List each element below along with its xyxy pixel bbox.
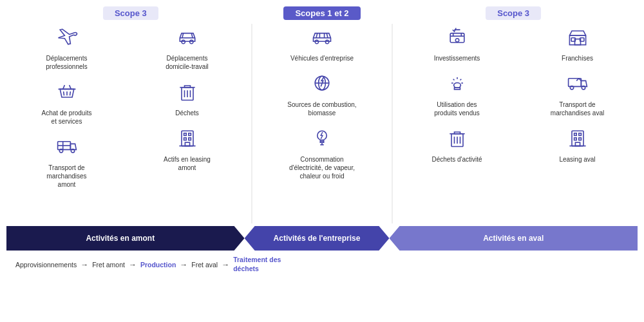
svg-line-41 <box>460 79 461 80</box>
item-investissements: Investissements <box>398 24 516 64</box>
label-dechets-amont: Déchets <box>175 109 199 117</box>
item-vehicules: Véhicules d'entreprise <box>258 24 386 64</box>
svg-point-22 <box>315 40 318 43</box>
car-icon <box>176 25 199 52</box>
svg-point-4 <box>59 149 62 153</box>
svg-rect-59 <box>578 138 581 140</box>
banner-activite: Activités de l'entreprise <box>245 226 390 251</box>
svg-rect-55 <box>572 131 583 146</box>
svg-point-5 <box>71 149 74 153</box>
item-leasing-aval: Leasing aval <box>518 125 636 165</box>
item-leasing-amont: Actifs en leasingamont <box>128 125 246 173</box>
left-col-1: Déplacementsprofessionnels <box>6 24 127 223</box>
svg-rect-18 <box>184 138 186 140</box>
chain-arrow-4: → <box>222 260 229 269</box>
item-deplacements-domicile: Déplacementsdomicile-travail <box>128 24 246 72</box>
trash-activity-icon <box>446 126 469 153</box>
chain-row: Approvisionnements → Fret amont → Produc… <box>6 251 638 273</box>
svg-rect-52 <box>568 79 581 87</box>
chain-fret-amont: Fret amont <box>92 261 125 269</box>
banner-amont: Activités en amont <box>6 226 245 251</box>
svg-rect-57 <box>578 133 581 136</box>
svg-line-0 <box>63 91 64 95</box>
svg-point-23 <box>325 40 328 43</box>
chain-arrow-3: → <box>180 260 187 269</box>
building-icon <box>176 126 199 153</box>
label-achat-produits: Achat de produitset services <box>42 109 92 126</box>
center-col-1: Véhicules d'entreprise Sources de combus… <box>256 24 388 223</box>
chain-traitement: Traitement desdéchets <box>233 256 281 273</box>
item-deplacements-pro: Déplacementsprofessionnels <box>8 24 126 72</box>
svg-rect-36 <box>454 88 460 90</box>
banner-row: Activités en amont Activités de l'entrep… <box>6 226 638 251</box>
svg-point-54 <box>582 86 585 90</box>
center-section: Véhicules d'entreprise Sources de combus… <box>252 24 393 223</box>
svg-rect-56 <box>574 133 576 136</box>
label-utilisation-produits: Utilisation desproduits vendus <box>434 100 480 117</box>
left-col-2: Déplacementsdomicile-travail <box>127 24 247 223</box>
item-transport-aval: Transport demarchandises aval <box>518 70 636 118</box>
svg-rect-15 <box>182 131 193 146</box>
label-deplacements-pro: Déplacementsprofessionnels <box>46 54 87 71</box>
chain-approvisionnements: Approvisionnements <box>15 261 77 269</box>
bulb-plug-icon <box>310 126 334 153</box>
icons-grid: Déplacementsprofessionnels <box>6 24 638 223</box>
store-icon <box>566 25 589 52</box>
globe-energy-icon <box>310 71 334 98</box>
svg-rect-17 <box>188 133 191 136</box>
basket-icon <box>55 80 79 106</box>
chain-arrow-2: → <box>129 260 137 269</box>
left-section: Déplacementsprofessionnels <box>6 24 252 223</box>
svg-line-40 <box>453 79 454 80</box>
label-leasing-aval: Leasing aval <box>559 155 595 164</box>
label-leasing-amont: Actifs en leasingamont <box>164 155 211 172</box>
label-transport-aval: Transport demarchandises aval <box>551 100 604 117</box>
scope-center-label: Scopes 1 et 2 <box>283 6 360 20</box>
right-section: Investissements <box>393 24 638 223</box>
label-transport-amont: Transport demarchandisesamont <box>46 164 86 189</box>
item-utilisation-produits: Utilisation desproduits vendus <box>398 70 516 118</box>
label-vehicules: Véhicules d'entreprise <box>290 54 354 62</box>
svg-point-9 <box>189 40 193 43</box>
company-car-icon <box>310 25 334 52</box>
item-electricite: Consommationd'électricité, de vapeur,cha… <box>258 125 386 182</box>
label-investissements: Investissements <box>434 54 480 62</box>
scope-headers: Scope 3 Scopes 1 et 2 Scope 3 <box>6 6 638 20</box>
svg-rect-16 <box>184 133 186 136</box>
right-col-1: Investissements <box>397 24 517 223</box>
scope-left-label: Scope 3 <box>103 6 158 20</box>
svg-point-33 <box>455 39 459 42</box>
airplane-icon <box>55 25 79 52</box>
truck-delivery-icon <box>55 135 79 161</box>
truck-aval-icon <box>566 71 589 98</box>
svg-line-2 <box>70 91 70 95</box>
item-achat-produits: Achat de produitset services <box>8 79 126 127</box>
label-electricite: Consommationd'électricité, de vapeur,cha… <box>289 155 355 180</box>
chain-fret-aval: Fret aval <box>191 261 218 269</box>
svg-rect-19 <box>188 138 191 140</box>
svg-rect-58 <box>574 138 576 140</box>
trash-icon <box>176 80 199 106</box>
investment-icon <box>446 25 469 52</box>
label-combustion: Sources de combustion,biomasse <box>287 100 356 117</box>
label-dechets-activite: Déchets d'activité <box>431 155 482 164</box>
svg-point-53 <box>570 86 573 90</box>
building-aval-icon <box>566 126 589 153</box>
item-dechets-amont: Déchets <box>128 79 246 118</box>
svg-rect-31 <box>450 33 464 43</box>
chain-production: Production <box>140 261 176 269</box>
bulb-use-icon <box>446 71 469 98</box>
svg-point-8 <box>182 40 185 43</box>
label-franchises: Franchises <box>562 54 593 62</box>
item-combustion: Sources de combustion,biomasse <box>258 70 386 118</box>
item-franchises: Franchises <box>518 24 636 64</box>
svg-rect-47 <box>569 35 585 44</box>
right-col-2: Franchises Transport dema <box>517 24 638 223</box>
scope-right-label: Scope 3 <box>486 6 541 20</box>
banner-aval: Activités en aval <box>389 226 638 251</box>
main-container: Scope 3 Scopes 1 et 2 Scope 3 Déplace <box>0 0 644 322</box>
item-transport-amont: Transport demarchandisesamont <box>8 133 126 190</box>
item-dechets-activite: Déchets d'activité <box>398 125 516 165</box>
label-deplacements-domicile: Déplacementsdomicile-travail <box>166 54 209 71</box>
chain-arrow-1: → <box>80 260 88 269</box>
